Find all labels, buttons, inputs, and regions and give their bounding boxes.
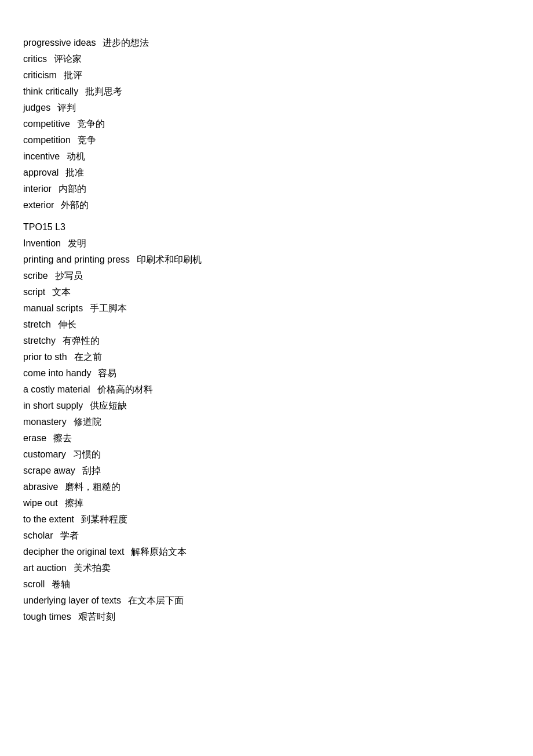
vocab-item: a costly material价格高的材料: [23, 381, 510, 398]
vocab-english: prior to sth: [23, 352, 67, 362]
vocab-chinese: 到某种程度: [81, 514, 127, 524]
section-break: [23, 213, 510, 219]
vocab-english: abrasive: [23, 482, 58, 492]
vocab-item: come into handy容易: [23, 365, 510, 381]
vocab-chinese: 价格高的材料: [97, 384, 153, 394]
vocab-english: scroll: [23, 579, 45, 589]
vocab-item: prior to sth在之前: [23, 349, 510, 365]
vocab-english: erase: [23, 433, 46, 443]
vocab-english: a costly material: [23, 384, 90, 394]
vocab-english: in short supply: [23, 401, 83, 410]
vocab-item: scrape away刮掉: [23, 463, 510, 479]
vocab-item: customary习惯的: [23, 446, 510, 463]
vocab-english: approval: [23, 168, 59, 177]
vocab-english: wipe out: [23, 498, 58, 508]
vocab-item: abrasive磨料，粗糙的: [23, 479, 510, 495]
vocab-chinese: 擦去: [53, 433, 72, 443]
vocab-chinese: 文本: [52, 287, 71, 297]
vocab-item: art auction美术拍卖: [23, 560, 510, 576]
vocab-chinese: 抄写员: [55, 271, 83, 281]
vocab-english: Invention: [23, 238, 61, 248]
vocab-chinese: 伸长: [58, 319, 76, 329]
vocab-item: erase擦去: [23, 430, 510, 446]
vocab-chinese: 供应短缺: [90, 401, 127, 410]
vocab-english: critics: [23, 54, 47, 64]
vocab-chinese: 解释原始文本: [131, 547, 187, 557]
vocab-chinese: 学者: [60, 530, 79, 540]
vocab-item: in short supply供应短缺: [23, 398, 510, 414]
vocab-chinese: 修道院: [74, 417, 101, 427]
vocab-item: underlying layer of texts在文本层下面: [23, 593, 510, 609]
vocab-english: manual scripts: [23, 303, 83, 313]
vocab-chinese: 艰苦时刻: [78, 612, 115, 621]
vocab-english: scholar: [23, 530, 53, 540]
vocab-chinese: 进步的想法: [103, 38, 149, 48]
vocab-item: stretchy有弹性的: [23, 333, 510, 349]
vocab-chinese: 在之前: [74, 352, 102, 362]
vocab-english: exterior: [23, 200, 54, 210]
vocab-english: script: [23, 287, 45, 297]
vocab-chinese: 美术拍卖: [74, 563, 111, 573]
vocab-item: incentive动机: [23, 148, 510, 165]
vocab-item: interior内部的: [23, 181, 510, 197]
vocab-chinese: 动机: [67, 151, 85, 161]
vocab-item: wipe out擦掉: [23, 495, 510, 511]
vocab-item: scribe抄写员: [23, 268, 510, 284]
vocab-chinese: 竞争: [78, 135, 96, 145]
vocab-english: scrape away: [23, 466, 75, 475]
vocab-item: stretch伸长: [23, 317, 510, 333]
vocab-english: printing and printing press: [23, 255, 130, 264]
vocab-english: interior: [23, 184, 52, 194]
vocab-english: to the extent: [23, 514, 74, 524]
vocab-chinese: 批准: [65, 168, 84, 177]
vocab-item: to the extent到某种程度: [23, 511, 510, 528]
vocab-chinese: 内部的: [59, 184, 86, 194]
vocab-item: judges评判: [23, 100, 510, 116]
vocab-item: competition竞争: [23, 132, 510, 148]
vocab-english: progressive ideas: [23, 38, 96, 48]
vocab-item: tough times艰苦时刻: [23, 609, 510, 625]
vocab-chinese: 擦掉: [65, 498, 83, 508]
vocab-chinese: 有弹性的: [63, 336, 100, 346]
vocab-item: criticism批评: [23, 67, 510, 83]
vocab-chinese: 竞争的: [77, 119, 105, 129]
vocab-chinese: 容易: [98, 368, 116, 378]
vocab-item: decipher the original text解释原始文本: [23, 544, 510, 560]
vocab-chinese: 批判思考: [85, 86, 122, 96]
vocab-item: think critically批判思考: [23, 83, 510, 100]
vocab-item: Invention发明: [23, 235, 510, 252]
vocab-english: come into handy: [23, 368, 91, 378]
vocab-item: approval批准: [23, 165, 510, 181]
vocab-chinese: 发明: [68, 238, 86, 248]
vocab-english: stretchy: [23, 336, 56, 346]
vocab-english: criticism: [23, 70, 57, 80]
vocab-item: manual scripts手工脚本: [23, 300, 510, 317]
vocab-chinese: 批评: [64, 70, 82, 80]
vocab-english: competition: [23, 135, 71, 145]
vocab-chinese: 刮掉: [82, 466, 101, 475]
vocab-item: printing and printing press印刷术和印刷机: [23, 252, 510, 268]
vocab-item: scroll卷轴: [23, 576, 510, 593]
vocab-chinese: 评论家: [54, 54, 82, 64]
vocab-item: exterior外部的: [23, 197, 510, 213]
vocab-item: scholar学者: [23, 528, 510, 544]
vocab-english: underlying layer of texts: [23, 595, 121, 605]
vocab-english: judges: [23, 103, 50, 112]
vocab-english: TPO15 L3: [23, 222, 65, 232]
vocab-item: monastery修道院: [23, 414, 510, 430]
vocab-item: TPO15 L3: [23, 219, 510, 235]
vocab-english: stretch: [23, 319, 51, 329]
vocab-english: think critically: [23, 86, 78, 96]
vocab-item: progressive ideas进步的想法: [23, 35, 510, 51]
vocab-chinese: 外部的: [61, 200, 89, 210]
vocab-english: art auction: [23, 563, 67, 573]
vocab-chinese: 磨料，粗糙的: [65, 482, 121, 492]
vocab-chinese: 手工脚本: [90, 303, 127, 313]
vocab-list: progressive ideas进步的想法critics评论家criticis…: [23, 35, 510, 625]
vocab-english: decipher the original text: [23, 547, 124, 557]
vocab-item: critics评论家: [23, 51, 510, 67]
vocab-chinese: 习惯的: [73, 449, 101, 459]
vocab-item: competitive竞争的: [23, 116, 510, 132]
vocab-english: tough times: [23, 612, 71, 621]
vocab-chinese: 评判: [57, 103, 76, 112]
